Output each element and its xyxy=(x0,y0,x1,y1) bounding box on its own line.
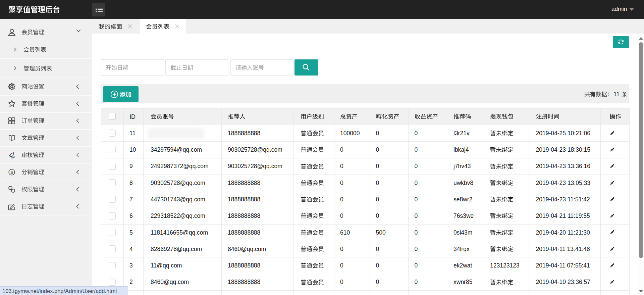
svg-text:$: $ xyxy=(10,169,13,175)
svg-text:QM: QM xyxy=(11,156,14,159)
